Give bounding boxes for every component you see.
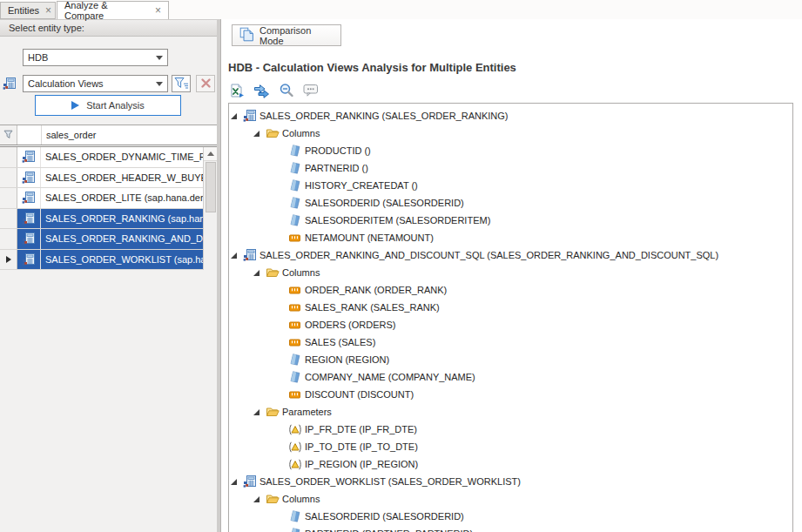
comments-button[interactable] (301, 83, 320, 100)
attribute-icon (287, 162, 302, 174)
attribute-icon (287, 214, 302, 226)
export-to-excel-icon (229, 84, 246, 100)
list-item[interactable]: SALES_ORDER_RANKING_AND_DISC (0, 229, 203, 250)
start-analysis-label: Start Analysis (86, 100, 145, 111)
current-row-arrow-icon (6, 256, 11, 263)
attribute-icon (287, 197, 302, 209)
calculation-view-icon (242, 109, 257, 123)
entity-type-dropdown[interactable]: HDB (23, 49, 168, 66)
tree-node-label: NETAMOUNT (NETAMOUNT) (305, 232, 434, 243)
tree-node[interactable]: IP_REGION (IP_REGION) (229, 455, 792, 473)
expand-arrow-icon[interactable] (253, 270, 265, 276)
grid-filter-input[interactable]: sales_order (46, 125, 96, 145)
expand-arrow-icon[interactable] (231, 113, 242, 119)
tree-node-label: SALES_ORDER_WORKLIST (SALES_ORDER_WORKLI… (259, 476, 521, 487)
filter-button[interactable] (172, 75, 191, 92)
expand-nodes-button[interactable] (253, 83, 271, 100)
view-type-dropdown[interactable]: Calculation Views (23, 75, 168, 92)
start-analysis-button[interactable]: Start Analysis (35, 95, 181, 116)
zoom-out-icon (279, 83, 294, 100)
calculation-view-icon (17, 209, 41, 229)
vertical-scrollbar[interactable] (203, 147, 217, 270)
tree-node[interactable]: SALESORDERITEM (SALESORDERITEM) (229, 212, 792, 229)
zoom-out-button[interactable] (277, 83, 295, 100)
tree-node-label: Columns (282, 494, 320, 504)
list-item[interactable]: SALES_ORDER_DYNAMIC_TIME_PER (0, 147, 203, 168)
tree-node[interactable]: PARTNERID () (229, 159, 792, 177)
measure-icon (287, 304, 302, 312)
entity-list: SALES_ORDER_DYNAMIC_TIME_PERSALES_ORDER_… (0, 147, 203, 270)
tree-node-label: COMPANY_NAME (COMPANY_NAME) (305, 372, 475, 382)
tree-node-label: Columns (282, 267, 320, 278)
measure-icon (287, 286, 302, 294)
scroll-up-button[interactable] (204, 147, 217, 161)
tree-node[interactable]: Columns (229, 264, 792, 281)
comparison-mode-button[interactable]: Comparison Mode (232, 24, 341, 46)
clear-filter-button[interactable] (196, 75, 215, 92)
measure-icon (287, 339, 302, 347)
tree-node[interactable]: COMPANY_NAME (COMPANY_NAME) (229, 368, 792, 386)
tree-node[interactable]: Parameters (229, 403, 792, 421)
calculation-view-icon (242, 475, 257, 488)
tree-node[interactable]: SALESORDERID (SALESORDERID) (229, 508, 792, 525)
expand-arrow-icon[interactable] (231, 253, 242, 259)
tree-node[interactable]: SALES (SALES) (229, 333, 792, 351)
tree-node[interactable]: ORDER_RANK (ORDER_RANK) (229, 281, 792, 299)
expand-arrow-icon[interactable] (231, 479, 242, 485)
filter-row-indicator (0, 125, 17, 145)
arrow-up-icon (207, 152, 214, 156)
tree-node[interactable]: IP_FR_DTE (IP_FR_DTE) (229, 421, 792, 438)
tree-node-label: IP_TO_DTE (IP_TO_DTE) (305, 441, 418, 452)
tree-node-label: REGION (REGION) (305, 354, 389, 365)
tree-node[interactable]: SALES_ORDER_RANKING (SALES_ORDER_RANKING… (229, 107, 792, 125)
comparison-mode-label: Comparison Mode (259, 25, 334, 46)
close-icon[interactable]: × (45, 6, 51, 15)
entity-name-label: SALES_ORDER_RANKING_AND_DISC (41, 229, 203, 249)
input-parameter-icon (287, 424, 302, 435)
tree-node[interactable]: DISCOUNT (DISCOUNT) (229, 386, 792, 403)
row-indicator-cell (0, 147, 17, 167)
tree-node[interactable]: SALESORDERID (SALESORDERID) (229, 194, 792, 212)
measure-icon (287, 321, 302, 329)
tree-node[interactable]: SALES_ORDER_WORKLIST (SALES_ORDER_WORKLI… (229, 473, 792, 490)
tab-bar: Entities × Analyze & Compare × (0, 0, 802, 19)
expand-arrow-icon[interactable] (253, 496, 265, 502)
tab-entities[interactable]: Entities × (0, 2, 56, 19)
grid-filter-row[interactable]: sales_order (0, 125, 217, 145)
list-item[interactable]: SALES_ORDER_LITE (sap.hana.demo (0, 188, 203, 209)
folder-icon (265, 493, 280, 505)
tree-node[interactable]: HISTORY_CREATEDAT () (229, 177, 792, 194)
tree-node[interactable]: PARTNERID (PARTNER_PARTNERID) (229, 525, 792, 532)
analysis-tree: SALES_ORDER_RANKING (SALES_ORDER_RANKING… (228, 103, 793, 532)
list-item[interactable]: SALES_ORDER_WORKLIST (sap.hana (0, 250, 203, 271)
tree-node[interactable]: REGION (REGION) (229, 351, 792, 368)
expand-arrow-icon[interactable] (253, 409, 265, 415)
tree-node[interactable]: IP_TO_DTE (IP_TO_DTE) (229, 438, 792, 455)
tab-analyze-compare[interactable]: Analyze & Compare × (57, 1, 169, 19)
close-icon[interactable]: × (155, 6, 161, 15)
play-icon (71, 101, 79, 110)
list-item[interactable]: SALES_ORDER_HEADER_W_BUYER ( (0, 168, 203, 189)
tree-node-label: SALESORDERITEM (SALESORDERITEM) (305, 215, 490, 226)
chevron-down-icon (156, 56, 163, 60)
scrollbar-thumb[interactable] (206, 162, 216, 212)
tree-node[interactable]: Columns (229, 125, 792, 142)
entity-name-label: SALES_ORDER_DYNAMIC_TIME_PER (41, 147, 203, 167)
attribute-icon (287, 145, 302, 157)
tree-node-label: PARTNERID () (305, 163, 368, 173)
tree-node-label: ORDER_RANK (ORDER_RANK) (305, 285, 447, 295)
list-item[interactable]: SALES_ORDER_RANKING (sap.hana. (0, 209, 203, 230)
select-entity-type-header: Select entity type: (0, 19, 217, 37)
tree-node[interactable]: SALES_ORDER_RANKING_AND_DISCOUNT_SQL (SA… (229, 246, 792, 264)
tree-node[interactable]: Columns (229, 490, 792, 508)
calculation-view-icon (17, 250, 41, 270)
tree-node-label: DISCOUNT (DISCOUNT) (305, 389, 414, 400)
tree-node[interactable]: SALES_RANK (SALES_RANK) (229, 299, 792, 316)
tree-node-label: SALES_RANK (SALES_RANK) (305, 302, 440, 313)
tree-node[interactable]: PRODUCTID () (229, 142, 792, 159)
export-to-excel-button[interactable] (228, 83, 246, 100)
tree-node[interactable]: ORDERS (ORDERS) (229, 316, 792, 333)
expand-arrow-icon[interactable] (253, 131, 265, 137)
tree-node[interactable]: NETAMOUNT (NETAMOUNT) (229, 229, 792, 246)
entity-name-label: SALES_ORDER_RANKING (sap.hana. (41, 209, 203, 229)
